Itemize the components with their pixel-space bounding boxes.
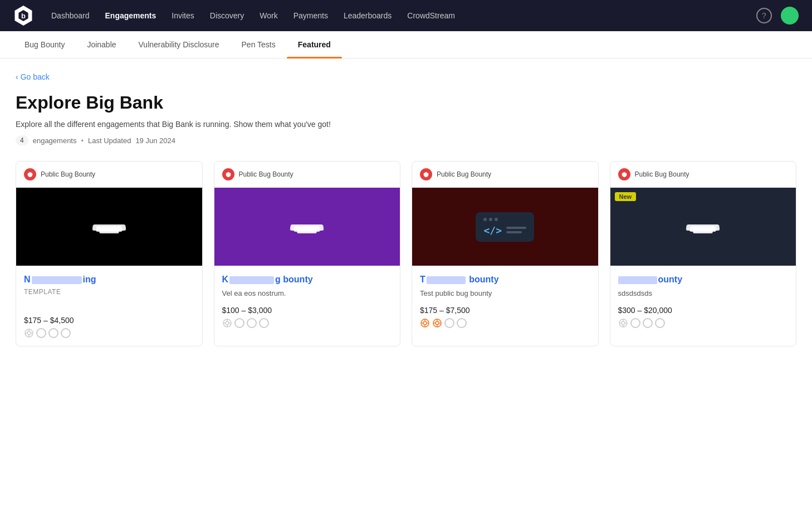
severity-crosshair-icon-3 xyxy=(420,318,430,328)
tab-pen-tests[interactable]: Pen Tests xyxy=(231,31,287,58)
meta-dot: • xyxy=(81,136,84,145)
card-1-header: Public Bug Bounty xyxy=(16,162,202,188)
card-1-price: $175 – $4,500 xyxy=(24,316,194,325)
card-3-severity xyxy=(420,318,590,328)
tab-vulnerability-disclosure[interactable]: Vulnerability Disclosure xyxy=(128,31,231,58)
card-4-severity xyxy=(618,318,789,328)
sev-circle-4 xyxy=(234,318,244,328)
card-4-badge-label: Public Bug Bounty xyxy=(635,170,689,178)
nav-discovery[interactable]: Discovery xyxy=(203,7,251,25)
sev-circle-3 xyxy=(61,328,71,338)
card-4-image: New xyxy=(610,188,796,266)
svg-point-1 xyxy=(27,331,31,335)
nav-invites[interactable]: Invites xyxy=(165,7,200,25)
severity-crosshair-icon xyxy=(24,328,34,338)
sev-circle-1 xyxy=(36,328,46,338)
sev-circle-7 xyxy=(444,318,454,328)
last-updated-label: Last Updated xyxy=(88,136,131,145)
card-3-desc: Test public bug bounty xyxy=(420,289,590,299)
svg-point-19 xyxy=(436,321,439,325)
card-1-title: Ning xyxy=(24,273,194,286)
engagements-label: engagements xyxy=(33,136,77,145)
severity-crosshair-icon-2 xyxy=(222,318,232,328)
card-2-badge-icon xyxy=(222,168,234,180)
sub-nav: Bug Bounty Joinable Vulnerability Disclo… xyxy=(0,31,812,58)
logo[interactable]: b xyxy=(13,6,33,26)
card-1-desc xyxy=(24,299,194,309)
card-1[interactable]: Public Bug Bounty Ning TEMPLATE $175 – $… xyxy=(16,161,203,346)
card-3-body: T bounty Test public bug bounty $175 – $… xyxy=(412,266,598,336)
card-2[interactable]: Public Bug Bounty Kg bounty Vel ea eos n… xyxy=(214,161,401,346)
card-4-title: ounty xyxy=(618,273,789,286)
main-content: ‹ Go back Explore Big Bank Explore all t… xyxy=(0,58,812,360)
tab-bug-bounty[interactable]: Bug Bounty xyxy=(13,31,76,58)
sev-circle-2 xyxy=(48,328,58,338)
card-2-severity xyxy=(222,318,393,328)
card-2-price: $100 – $3,000 xyxy=(222,306,393,315)
card-4-desc: sdsdsdsds xyxy=(618,289,789,299)
code-window: </> xyxy=(476,212,534,242)
nav-right: ? xyxy=(756,7,799,25)
card-2-image xyxy=(214,188,400,266)
sev-circle-10 xyxy=(643,318,653,328)
card-4-header: Public Bug Bounty xyxy=(610,162,796,188)
card-3[interactable]: Public Bug Bounty </> xyxy=(412,161,599,346)
card-1-severity xyxy=(24,328,194,338)
page-title: Explore Big Bank xyxy=(16,92,796,113)
sev-circle-6 xyxy=(259,318,269,328)
stack-icon-4 xyxy=(687,217,718,237)
sev-circle-8 xyxy=(457,318,467,328)
card-3-badge-icon xyxy=(420,168,432,180)
logo-letter: b xyxy=(21,12,26,20)
sev-circle-9 xyxy=(630,318,640,328)
svg-point-13 xyxy=(423,321,427,325)
card-3-header: Public Bug Bounty xyxy=(412,162,598,188)
card-3-price: $175 – $7,500 xyxy=(420,306,590,315)
help-icon[interactable]: ? xyxy=(756,8,772,23)
nav-work[interactable]: Work xyxy=(253,7,284,25)
svg-point-7 xyxy=(226,321,229,325)
last-updated-date: 19 Jun 2024 xyxy=(135,136,175,145)
card-3-title: T bounty xyxy=(420,273,590,286)
go-back-link[interactable]: ‹ Go back xyxy=(16,72,50,81)
severity-crosshair-icon-4 xyxy=(618,318,628,328)
cards-grid: Public Bug Bounty Ning TEMPLATE $175 – $… xyxy=(16,161,796,346)
card-4-body: ounty sdsdsdsds $300 – $20,000 xyxy=(610,266,796,336)
card-1-body: Ning TEMPLATE $175 – $4,500 xyxy=(16,266,202,346)
severity-crosshair-icon-3b xyxy=(432,318,442,328)
card-1-badge-icon xyxy=(24,168,36,180)
nav-leaderboards[interactable]: Leaderboards xyxy=(337,7,398,25)
card-4-price: $300 – $20,000 xyxy=(618,306,789,315)
card-2-desc: Vel ea eos nostrum. xyxy=(222,289,393,299)
card-2-title: Kg bounty xyxy=(222,273,393,286)
card-4[interactable]: Public Bug Bounty New ounty sdsdsdsds $3… xyxy=(610,161,797,346)
page-description: Explore all the different engagements th… xyxy=(16,120,796,129)
top-nav: b Dashboard Engagements Invites Discover… xyxy=(0,0,812,31)
card-1-subtitle: TEMPLATE xyxy=(24,288,194,296)
tab-featured[interactable]: Featured xyxy=(287,31,342,58)
nav-dashboard[interactable]: Dashboard xyxy=(45,7,96,25)
stack-icon xyxy=(94,217,125,237)
card-4-badge-icon xyxy=(618,168,630,180)
card-3-badge-label: Public Bug Bounty xyxy=(437,170,491,178)
card-2-body: Kg bounty Vel ea eos nostrum. $100 – $3,… xyxy=(214,266,400,336)
card-2-header: Public Bug Bounty xyxy=(214,162,400,188)
sev-circle-5 xyxy=(247,318,257,328)
new-badge: New xyxy=(615,192,637,201)
nav-engagements[interactable]: Engagements xyxy=(99,7,163,25)
engagement-count: 4 xyxy=(16,135,28,145)
avatar[interactable] xyxy=(781,7,799,25)
nav-crowdstream[interactable]: CrowdStream xyxy=(400,7,462,25)
card-3-image: </> xyxy=(412,188,598,266)
card-2-badge-label: Public Bug Bounty xyxy=(239,170,294,178)
svg-point-25 xyxy=(622,321,625,325)
meta-row: 4 engagements • Last Updated 19 Jun 2024 xyxy=(16,135,796,145)
card-1-badge-label: Public Bug Bounty xyxy=(41,170,95,178)
tab-joinable[interactable]: Joinable xyxy=(76,31,127,58)
sev-circle-11 xyxy=(655,318,665,328)
nav-payments[interactable]: Payments xyxy=(287,7,335,25)
card-1-image xyxy=(16,188,202,266)
nav-links: Dashboard Engagements Invites Discovery … xyxy=(45,7,756,25)
stack-icon-2 xyxy=(291,217,322,237)
